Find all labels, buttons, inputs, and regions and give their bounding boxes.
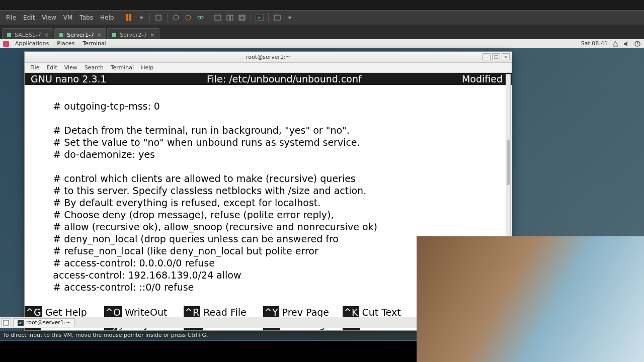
nano-line: # Choose deny (drop message), refuse (po… (25, 209, 512, 221)
nano-line: # Detach from the terminal, run in backg… (25, 124, 512, 136)
term-menu-file[interactable]: File (27, 63, 43, 72)
network-icon[interactable] (612, 40, 619, 47)
svg-point-2 (186, 15, 191, 20)
svg-rect-6 (227, 15, 229, 20)
menu-tabs[interactable]: Tabs (76, 13, 96, 22)
snapshot-revert-icon[interactable] (183, 12, 194, 23)
show-desktop-button[interactable] (1, 318, 11, 327)
menu-edit[interactable]: Edit (20, 13, 38, 22)
minimize-button[interactable]: — (482, 53, 491, 60)
tab-server1-7[interactable]: Server1-7× (54, 28, 106, 39)
window-title: root@server1:~ (246, 54, 290, 60)
svg-rect-7 (230, 15, 233, 20)
tab-sales1-7[interactable]: SALES1-7× (2, 28, 53, 39)
terminal-menubar: File Edit View Search Terminal Help (25, 63, 512, 73)
vm-tabbar: SALES1-7× Server1-7× Server2-7× (0, 25, 644, 39)
fullscreen-icon[interactable] (272, 12, 283, 23)
nano-line (25, 112, 512, 124)
maximize-button[interactable]: □ (492, 53, 500, 60)
term-menu-help[interactable]: Help (137, 63, 157, 72)
close-icon[interactable]: × (97, 32, 102, 38)
tab-label: Server2-7 (120, 32, 147, 38)
window-titlebar[interactable]: root@server1:~ — □ × (25, 52, 512, 63)
power-icon[interactable] (634, 40, 641, 47)
view-unity-icon[interactable] (236, 12, 248, 23)
term-menu-edit[interactable]: Edit (43, 63, 60, 72)
tab-label: Server1-7 (67, 32, 94, 38)
menu-applications[interactable]: Applications (11, 40, 53, 47)
tab-label: SALES1-7 (15, 32, 41, 38)
terminal-icon: >_ (18, 320, 24, 326)
term-menu-search[interactable]: Search (81, 63, 107, 72)
clock[interactable]: Sat 08:41 (581, 40, 608, 47)
volume-icon[interactable] (623, 40, 630, 47)
separator (149, 13, 150, 22)
nano-app-name: GNU nano 2.3.1 (29, 73, 107, 85)
snapshot-icon[interactable] (171, 12, 182, 23)
svg-rect-15 (4, 320, 9, 325)
nano-status: Modified (462, 73, 508, 85)
menu-vm[interactable]: VM (60, 13, 76, 22)
menu-terminal[interactable]: Terminal (78, 40, 110, 47)
vmware-hint-bar: To direct input to this VM, move the mou… (0, 331, 418, 340)
nano-line: # Set the value to "no" when unbound run… (25, 136, 512, 148)
nano-header: GNU nano 2.3.1 File: /etc/unbound/unboun… (25, 73, 512, 85)
snapshot-manager-icon[interactable] (195, 12, 206, 23)
scrollbar-thumb[interactable] (507, 140, 510, 185)
close-button[interactable]: × (502, 53, 510, 60)
nano-line: # By default everything is refused, exce… (25, 197, 512, 209)
nano-line: # do-daemonize: yes (25, 148, 512, 160)
activities-icon[interactable] (3, 41, 9, 47)
separator (167, 13, 168, 22)
svg-rect-9 (240, 16, 244, 19)
svg-point-1 (174, 15, 179, 20)
taskbar-terminal[interactable]: >_ root@server1:~ (13, 318, 75, 327)
console-icon[interactable]: >_ (254, 12, 265, 23)
nano-line: # outgoing-tcp-mss: 0 (25, 100, 512, 112)
nano-file-label: File: /etc/unbound/unbound.conf (207, 73, 362, 85)
view-multi-icon[interactable] (224, 12, 235, 23)
nano-line: # allow (recursive ok), allow_snoop (rec… (25, 221, 512, 233)
nano-line (25, 88, 512, 100)
vmware-titlebar (0, 0, 644, 10)
term-menu-terminal[interactable]: Terminal (107, 63, 138, 72)
vmware-toolbar: File Edit View VM Tabs Help >_ (0, 10, 644, 25)
svg-rect-0 (156, 15, 161, 20)
separator (209, 13, 209, 22)
menu-help[interactable]: Help (97, 13, 117, 22)
vm-icon (59, 32, 64, 37)
gnome-top-panel: Applications Places Terminal Sat 08:41 (0, 39, 644, 48)
separator (268, 13, 269, 22)
svg-text:>_: >_ (257, 15, 264, 20)
menu-file[interactable]: File (3, 13, 19, 22)
tab-server2-7[interactable]: Server2-7× (107, 28, 159, 39)
svg-rect-12 (274, 15, 280, 20)
svg-rect-5 (215, 15, 221, 20)
menu-view[interactable]: View (39, 13, 59, 22)
vm-icon (7, 32, 12, 37)
gnome-bottom-panel: >_ root@server1:~ (0, 317, 418, 328)
fullscreen-dropdown[interactable] (284, 12, 295, 23)
nano-line: # to this server. Specify classless netb… (25, 185, 512, 197)
vm-icon (112, 32, 117, 37)
view-single-icon[interactable] (212, 12, 223, 23)
pause-button[interactable] (123, 12, 134, 23)
nano-line (25, 160, 512, 172)
power-dropdown[interactable] (135, 12, 146, 23)
taskbar-label: root@server1:~ (26, 319, 70, 326)
webcam-overlay (417, 236, 644, 362)
term-menu-view[interactable]: View (61, 63, 81, 72)
close-icon[interactable]: × (150, 32, 154, 38)
svg-text:>_: >_ (19, 321, 24, 325)
send-ctrl-alt-del-icon[interactable] (153, 12, 164, 23)
close-icon[interactable]: × (44, 32, 49, 38)
nano-line: # control which clients are allowed to m… (25, 172, 512, 185)
separator (120, 13, 120, 22)
separator (251, 13, 251, 22)
menu-places[interactable]: Places (53, 40, 78, 47)
